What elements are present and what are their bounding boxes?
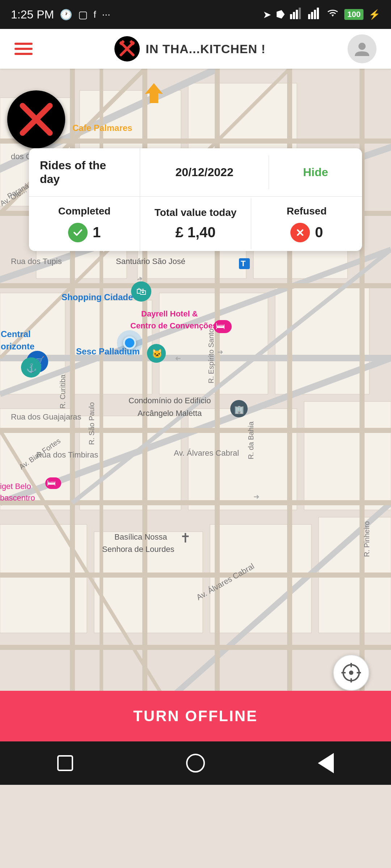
svg-rect-28 [304,401,391,510]
svg-text:R. São Paulo: R. São Paulo [88,402,96,445]
svg-text:R. Pinheiro: R. Pinheiro [363,521,371,557]
home-icon [186,754,205,773]
horizonte-label: orizonte [1,341,34,352]
svg-text:R. Curitiba: R. Curitiba [59,374,67,409]
recents-icon [57,755,73,771]
shopping-cidade-label: Shopping Cidade [62,292,133,302]
svg-text:➜: ➜ [253,493,260,501]
refused-count: 0 [315,224,323,241]
svg-rect-5 [311,12,313,19]
completed-count: 1 [93,224,101,241]
bluetooth-icon: ⭓ [276,9,285,21]
screen-icon: ▢ [78,9,88,21]
brand-center: IN THA...KITCHEN ! [114,36,266,61]
map-logo [7,90,65,148]
offline-btn-label: TURN OFFLINE [133,707,258,725]
svg-rect-7 [317,8,319,19]
senhora-label: Senhora de Lourdes [102,545,174,554]
svg-rect-17 [188,83,297,156]
svg-rect-2 [296,10,298,19]
signal2-icon [308,8,321,22]
wifi-icon [326,8,339,22]
navigation-icon: ➤ [263,9,271,21]
centro-convencoes-label: Centro de Convenções [130,321,217,331]
svg-rect-1 [293,12,295,19]
completed-value: 1 [36,223,133,242]
svg-text:Av. Álvares Cabral: Av. Álvares Cabral [174,448,239,458]
current-location-dot [123,336,136,349]
refused-label: Refused [258,205,355,217]
svg-text:⚓: ⚓ [26,363,37,373]
top-nav: IN THA...KITCHEN ! [0,29,391,69]
svg-point-13 [358,43,366,50]
check-circle-icon [68,223,88,242]
back-icon [318,753,334,773]
clock-icon: 🕐 [60,9,72,21]
rides-date: 20/12/2022 [140,156,269,189]
svg-text:➜: ➜ [217,348,223,356]
svg-text:T: T [241,259,246,268]
facebook-icon: f [93,9,96,20]
stats-card: Rides of the day 20/12/2022 Hide Complet… [29,148,362,251]
svg-text:✝: ✝ [180,531,191,545]
hide-button[interactable]: Hide [269,156,362,189]
svg-rect-3 [299,8,301,19]
svg-text:🛏: 🛏 [47,478,56,488]
charging-icon: ⚡ [369,9,380,20]
status-bar: 1:25 PM 🕐 ▢ f ··· ➤ ⭓ [0,0,391,29]
svg-rect-6 [314,10,316,19]
battery-indicator: 100 [344,9,363,20]
svg-text:🛍: 🛍 [136,286,146,297]
arcangelo-label: Arcângelo Maletta [138,409,202,418]
svg-rect-4 [308,14,310,19]
profile-avatar[interactable] [348,34,377,63]
completed-col: Completed 1 [29,197,140,251]
svg-text:Rua dos Tupis: Rua dos Tupis [11,257,62,266]
santuario-label: Santuário São José [116,257,185,266]
refused-value: 0 [258,223,355,242]
central-label: Central [1,329,31,339]
brand-logo [114,36,140,61]
total-value-amount: £ 1,40 [147,224,244,241]
turn-offline-button[interactable]: TURN OFFLINE [0,691,391,741]
svg-text:R. Espírito Santo: R. Espírito Santo [207,329,215,383]
rides-title: Rides of the day [29,148,140,196]
svg-text:Rua dos Guajajaras: Rua dos Guajajaras [11,412,81,421]
refused-col: Refused 0 [251,197,362,251]
svg-point-101 [349,671,353,675]
svg-rect-0 [290,14,292,19]
map-area: ➜ ➜ ➜ ➜ ➜ T ✝ 🛍 🛏 🐱 🛒 ⚓ 🏢 [0,69,391,785]
x-circle-icon [290,223,310,242]
svg-text:🐱: 🐱 [152,348,163,359]
svg-text:🛏: 🛏 [216,320,225,331]
basilica-label: Basílica Nossa [114,532,167,542]
total-value-col: Total value today £ 1,40 [140,198,251,249]
condominio-label: Condomínio do Edifício [129,396,211,405]
recents-button[interactable] [52,750,78,776]
iget-belo-label: iget Belo [0,482,31,491]
brand-name: IN THA...KITCHEN ! [146,42,266,56]
time-display: 1:25 PM [11,8,54,21]
android-nav [0,741,391,785]
menu-button[interactable] [14,43,33,55]
svg-text:🏢: 🏢 [234,405,244,414]
signal-icon [290,8,303,22]
home-button[interactable] [183,750,208,776]
back-button[interactable] [313,750,339,776]
svg-text:R. da Bahia: R. da Bahia [247,421,255,459]
cafe-palmares-label: Cafe Palmares [72,123,132,133]
completed-label: Completed [36,205,133,217]
bascentro-label: bascentro [0,493,35,503]
dayrell-hotel-label: Dayrell Hotel & [141,309,198,319]
total-value-label: Total value today [147,207,244,218]
locate-me-button[interactable] [333,655,369,691]
svg-text:➜: ➜ [175,355,181,363]
more-icon: ··· [102,9,110,20]
